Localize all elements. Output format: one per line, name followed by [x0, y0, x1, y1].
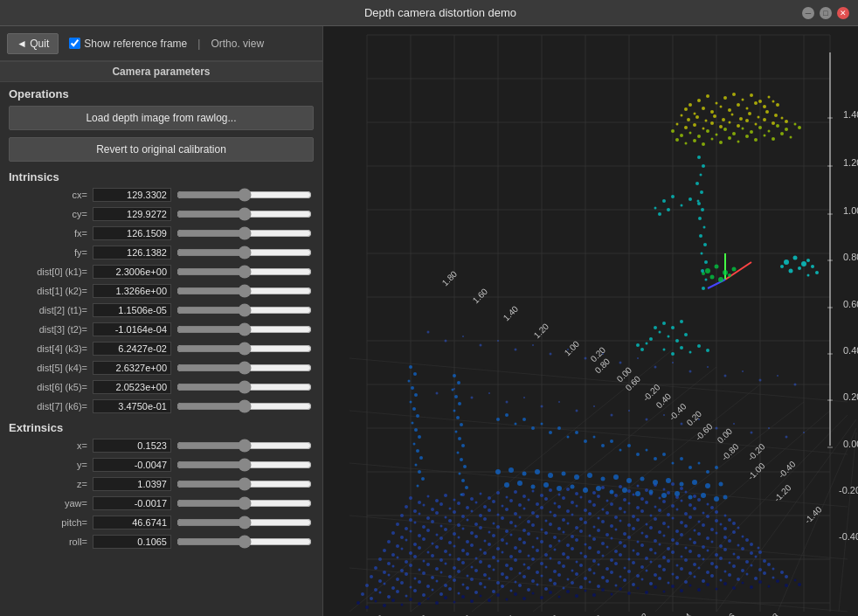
- svg-point-128: [728, 273, 731, 277]
- revert-calibration-button[interactable]: Revert to original calibration: [9, 137, 314, 162]
- param-slider[interactable]: [176, 478, 312, 490]
- right-panel: 1.40 1.20 1.00 0.80 0.60 0.40 0.20 0.00 …: [323, 26, 858, 616]
- param-slider[interactable]: [176, 285, 312, 297]
- param-slider[interactable]: [176, 381, 312, 393]
- svg-point-96: [706, 129, 709, 133]
- param-value-input[interactable]: [93, 303, 171, 317]
- svg-point-496: [426, 563, 430, 566]
- svg-point-672: [728, 573, 731, 577]
- param-value-input[interactable]: [93, 361, 171, 375]
- svg-point-829: [798, 583, 801, 586]
- svg-point-311: [632, 515, 635, 518]
- param-slider[interactable]: [176, 323, 312, 336]
- svg-point-759: [719, 482, 723, 487]
- svg-point-299: [527, 520, 530, 523]
- param-slider[interactable]: [176, 343, 312, 355]
- param-slider[interactable]: [176, 304, 312, 316]
- svg-point-463: [528, 555, 530, 557]
- svg-point-72: [731, 114, 734, 116]
- maximize-button[interactable]: □: [820, 7, 832, 19]
- param-value-input[interactable]: [93, 284, 171, 298]
- svg-point-196: [532, 490, 535, 493]
- param-slider[interactable]: [176, 189, 312, 201]
- param-slider[interactable]: [176, 536, 312, 548]
- svg-point-452: [431, 554, 434, 557]
- svg-point-244: [667, 491, 670, 495]
- minimize-button[interactable]: ─: [802, 7, 814, 19]
- param-value-input[interactable]: [93, 477, 171, 491]
- svg-point-659: [615, 585, 618, 587]
- svg-point-181: [807, 274, 810, 277]
- param-slider[interactable]: [176, 208, 312, 220]
- svg-point-407: [409, 551, 412, 555]
- svg-point-73: [739, 117, 743, 121]
- svg-point-343: [575, 526, 578, 529]
- svg-point-820: [723, 582, 727, 585]
- svg-point-176: [798, 266, 801, 270]
- svg-point-794: [496, 593, 500, 597]
- svg-point-278: [662, 500, 666, 503]
- svg-point-537: [378, 579, 382, 583]
- svg-point-401: [723, 527, 727, 530]
- svg-point-542: [422, 571, 426, 575]
- axis-label-000: 0.00: [843, 439, 858, 449]
- quit-button[interactable]: ◄ Quit: [7, 33, 59, 54]
- svg-point-251: [426, 516, 430, 520]
- param-value-input[interactable]: [93, 399, 171, 413]
- svg-point-640: [448, 587, 452, 591]
- show-reference-frame-checkbox[interactable]: Show reference frame: [69, 38, 187, 50]
- svg-point-715: [460, 494, 463, 496]
- param-value-input[interactable]: [93, 246, 171, 260]
- param-value-input[interactable]: [93, 458, 171, 472]
- svg-point-260: [505, 508, 509, 511]
- load-depth-button[interactable]: Load depth image from rawlog...: [9, 106, 314, 130]
- param-slider[interactable]: [176, 266, 312, 278]
- param-value-input[interactable]: [93, 535, 171, 549]
- param-value-input[interactable]: [93, 226, 171, 240]
- param-slider[interactable]: [176, 497, 312, 509]
- svg-point-454: [449, 554, 452, 557]
- param-slider[interactable]: [176, 459, 312, 471]
- svg-point-658: [605, 579, 609, 583]
- svg-point-695: [418, 470, 421, 474]
- param-slider[interactable]: [176, 227, 312, 239]
- svg-point-212: [671, 482, 675, 486]
- intrinsics-label: Intrinsics: [0, 165, 322, 185]
- intrinsic-row: fy=: [0, 243, 322, 262]
- param-slider[interactable]: [176, 440, 312, 452]
- param-value-input[interactable]: [93, 342, 171, 356]
- svg-point-338: [531, 523, 535, 527]
- close-button[interactable]: ✕: [837, 7, 849, 19]
- param-value-input[interactable]: [93, 322, 171, 336]
- param-value-input[interactable]: [93, 439, 171, 453]
- show-ref-frame-input[interactable]: [69, 38, 80, 49]
- param-slider[interactable]: [176, 400, 312, 412]
- svg-point-680: [409, 365, 412, 369]
- intrinsic-row: fx=: [0, 224, 322, 243]
- param-value-input[interactable]: [93, 207, 171, 221]
- svg-point-733: [646, 449, 648, 452]
- svg-point-292: [467, 519, 469, 522]
- param-slider[interactable]: [176, 362, 312, 374]
- svg-point-312: [640, 509, 644, 513]
- param-value-input[interactable]: [93, 188, 171, 202]
- param-value-input[interactable]: [93, 496, 171, 510]
- svg-point-724: [567, 436, 570, 439]
- svg-point-411: [444, 550, 447, 553]
- svg-point-268: [576, 505, 578, 508]
- param-slider[interactable]: [176, 516, 312, 529]
- param-slider[interactable]: [176, 246, 312, 259]
- svg-point-76: [765, 110, 769, 114]
- svg-point-187: [453, 499, 456, 502]
- svg-point-477: [649, 548, 653, 551]
- svg-point-486: [728, 539, 731, 543]
- svg-point-363: [396, 544, 399, 548]
- svg-point-732: [636, 453, 640, 456]
- svg-point-522: [654, 552, 657, 555]
- param-value-input[interactable]: [93, 516, 171, 529]
- svg-point-645: [492, 590, 495, 593]
- svg-point-353: [662, 522, 666, 525]
- param-value-input[interactable]: [93, 265, 171, 279]
- param-value-input[interactable]: [93, 380, 171, 394]
- svg-point-629: [772, 568, 775, 571]
